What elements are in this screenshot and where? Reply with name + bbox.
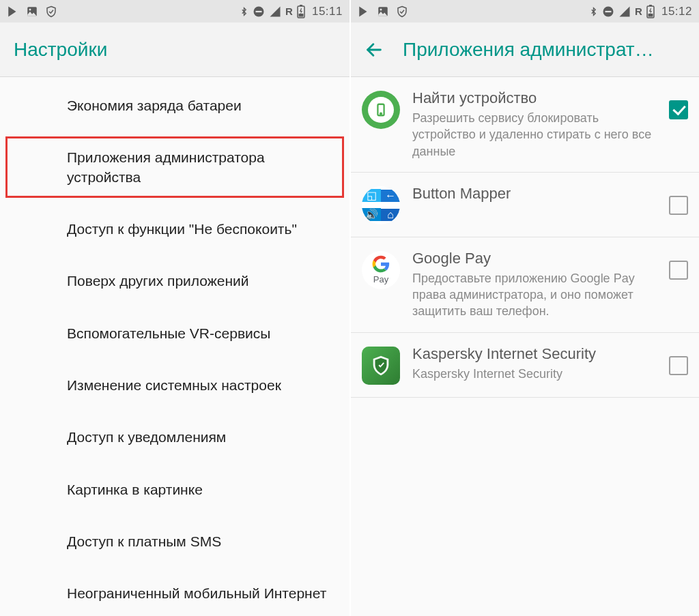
settings-item-draw-over-apps[interactable]: Поверх других приложений	[0, 255, 350, 307]
admin-app-desc: Kaspersky Internet Security	[412, 366, 657, 382]
bluetooth-icon	[240, 5, 248, 18]
admin-app-checkbox[interactable]	[669, 261, 688, 280]
status-time: 15:12	[661, 5, 692, 18]
battery-icon	[297, 5, 305, 18]
admin-app-button-mapper[interactable]: ◱← 🔊⌂ Button Mapper	[351, 173, 699, 237]
admin-app-checkbox[interactable]	[669, 356, 688, 375]
svg-rect-3	[256, 10, 262, 12]
svg-point-1	[29, 8, 31, 10]
find-device-icon	[362, 91, 400, 129]
settings-item-battery-saver[interactable]: Экономия заряда батареи	[0, 80, 350, 132]
status-time: 15:11	[312, 5, 343, 18]
page-title: Настройки	[14, 39, 107, 61]
roaming-indicator: R	[635, 5, 642, 17]
admin-app-find-device[interactable]: Найти устройство Разрешить сервису блоки…	[351, 77, 699, 173]
gallery-icon	[26, 5, 38, 18]
signal-icon	[618, 5, 631, 18]
play-store-icon	[358, 5, 370, 18]
settings-item-notification-access[interactable]: Доступ к уведомлениям	[0, 411, 350, 463]
gpay-label: Pay	[373, 274, 388, 284]
battery-icon	[646, 5, 655, 18]
signal-icon	[269, 5, 281, 18]
settings-item-picture-in-picture[interactable]: Картинка в картинке	[0, 464, 350, 516]
svg-point-15	[380, 113, 382, 115]
settings-list: Экономия заряда батареи Приложения админ…	[0, 77, 350, 616]
app-bar-settings: Настройки	[0, 23, 350, 77]
admin-app-kaspersky[interactable]: Kaspersky Internet Security Kaspersky In…	[351, 333, 699, 398]
admin-app-desc: Предоставьте приложению Google Pay права…	[412, 270, 657, 320]
page-title: Приложения администрат…	[403, 39, 654, 61]
svg-rect-12	[649, 5, 652, 6]
status-bar: R 15:11	[0, 0, 350, 23]
gallery-icon	[377, 5, 389, 18]
settings-item-vr-helper-services[interactable]: Вспомогательные VR-сервисы	[0, 308, 350, 360]
app-bar-admin-apps: Приложения администрат…	[351, 23, 699, 77]
status-bar: R 15:12	[351, 0, 699, 23]
svg-rect-5	[300, 5, 302, 6]
settings-item-modify-system-settings[interactable]: Изменение системных настроек	[0, 360, 350, 411]
settings-item-device-admin-apps[interactable]: Приложения администратора устройства	[0, 132, 350, 203]
roaming-indicator: R	[285, 5, 293, 17]
settings-item-premium-sms-access[interactable]: Доступ к платным SMS	[0, 516, 350, 568]
admin-app-title: Button Mapper	[412, 185, 657, 203]
admin-app-google-pay[interactable]: Pay Google Pay Предоставьте приложению G…	[351, 237, 699, 333]
kaspersky-icon	[362, 347, 400, 385]
shield-icon	[45, 5, 57, 18]
admin-app-checkbox[interactable]	[669, 100, 688, 119]
settings-item-dnd-access[interactable]: Доступ к функции "Не беспокоить"	[0, 203, 350, 255]
admin-app-title: Google Pay	[412, 250, 657, 267]
dnd-icon	[602, 5, 614, 18]
screen-device-admin-apps: R 15:12 Приложения администрат… Найти ус…	[350, 0, 699, 616]
back-button[interactable]	[365, 40, 384, 59]
dnd-icon	[253, 5, 265, 18]
svg-point-8	[380, 8, 382, 10]
play-store-icon	[7, 5, 19, 18]
admin-apps-list: Найти устройство Разрешить сервису блоки…	[351, 77, 699, 616]
admin-app-title: Найти устройство	[412, 89, 657, 107]
screen-settings: R 15:11 Настройки Экономия заряда батаре…	[0, 0, 350, 616]
admin-app-desc: Разрешить сервису блокировать устройство…	[412, 110, 657, 160]
svg-rect-6	[298, 14, 303, 17]
shield-icon	[396, 5, 408, 18]
svg-rect-13	[648, 14, 653, 17]
bluetooth-icon	[589, 5, 598, 18]
admin-app-title: Kaspersky Internet Security	[412, 345, 657, 363]
button-mapper-icon: ◱← 🔊⌂	[362, 186, 400, 224]
admin-app-checkbox[interactable]	[669, 196, 688, 215]
settings-item-unlimited-mobile-data[interactable]: Неограниченный мобильный Интернет	[0, 568, 350, 616]
svg-rect-10	[605, 10, 612, 12]
google-pay-icon: Pay	[362, 251, 400, 289]
